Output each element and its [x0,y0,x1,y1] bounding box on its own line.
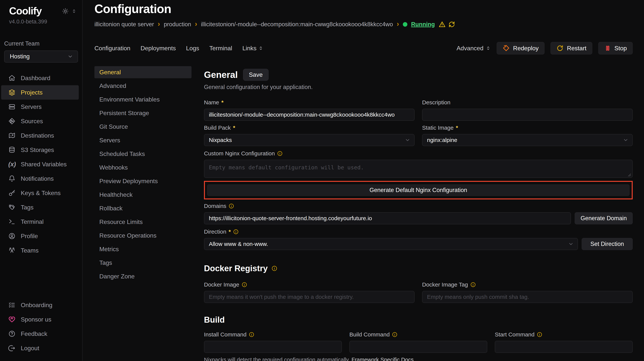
name-input[interactable] [204,109,414,121]
tab-logs[interactable]: Logs [186,45,199,52]
sidebar: Coolify v4.0.0-beta.399 Current Team Hos… [0,0,82,361]
key-icon [8,189,16,197]
start-command-input[interactable] [495,341,633,353]
theme-select-chevrons-icon[interactable] [72,9,76,14]
layers-icon [8,89,16,96]
build-pack-label: Build Pack [204,125,231,131]
heart-icon [8,316,16,323]
tab-configuration[interactable]: Configuration [94,45,130,52]
save-button[interactable]: Save [243,69,268,81]
general-subtitle: General configuration for your applicati… [204,84,633,91]
tab-deployments[interactable]: Deployments [140,45,176,52]
docker-image-input[interactable] [204,291,414,303]
sidebar-item-s3-storages[interactable]: S3 Storages [0,143,82,157]
sidebar-item-destinations[interactable]: Destinations [0,128,82,143]
build-pack-select[interactable]: Nixpacks [204,134,414,146]
sidebar-item-sources[interactable]: Sources [0,114,82,128]
sidebar-item-feedback[interactable]: Feedback [0,326,82,341]
subnav-tags[interactable]: Tags [94,257,192,269]
tab-terminal[interactable]: Terminal [209,45,232,52]
brand-logo: Coolify [9,5,42,17]
status-dot [403,22,407,27]
sidebar-item-tags[interactable]: Tags [0,200,82,214]
subnav-resource-limits[interactable]: Resource Limits [94,216,192,228]
static-image-label: Static Image [422,125,454,131]
description-input[interactable] [422,109,633,121]
subnav-healthcheck[interactable]: Healthcheck [94,189,192,201]
users-icon [8,247,16,254]
current-team-label: Current Team [0,40,82,47]
redeploy-button[interactable]: Redeploy [497,42,544,55]
sidebar-item-logout[interactable]: Logout [0,341,82,355]
generate-nginx-config-button[interactable]: Generate Default Nginx Configuration [207,184,630,196]
subnav-scheduled-tasks[interactable]: Scheduled Tasks [94,148,192,160]
git-icon [8,118,16,125]
install-command-label: Install Command [204,331,246,338]
docker-image-tag-label: Docker Image Tag [422,281,468,288]
required-asterisk: * [456,125,458,131]
content: General Advanced Environment Variables P… [94,66,633,361]
sidebar-item-terminal[interactable]: Terminal [0,214,82,229]
user-circle-icon [8,232,16,240]
subnav-general[interactable]: General [94,66,192,78]
install-command-input[interactable] [204,341,342,353]
info-icon [249,332,254,337]
name-label: Name [204,99,219,106]
direction-select[interactable]: Allow www & non-www. [204,238,578,250]
domains-input[interactable] [204,212,571,224]
theme-toggle-sun-icon[interactable] [62,8,68,14]
page-title: Configuration [94,2,633,16]
sidebar-item-notifications[interactable]: Notifications [0,171,82,186]
subnav-git-source[interactable]: Git Source [94,121,192,133]
subnav-metrics[interactable]: Metrics [94,243,192,255]
generate-domain-button[interactable]: Generate Domain [575,212,633,224]
breadcrumb-resource[interactable]: illicitestonion/-module--decomposition:m… [201,21,393,28]
set-direction-button[interactable]: Set Direction [582,238,633,250]
chevron-down-icon [623,137,628,143]
static-image-select[interactable]: nginx:alpine [422,134,633,146]
restart-icon [556,45,564,52]
sidebar-item-onboarding[interactable]: Onboarding [0,298,82,312]
sidebar-item-teams[interactable]: Teams [0,243,82,258]
custom-nginx-textarea[interactable] [204,160,633,178]
stop-button[interactable]: Stop [598,42,633,55]
chevrons-up-down-icon [486,46,491,51]
subnav-rollback[interactable]: Rollback [94,202,192,214]
advanced-dropdown[interactable]: Advanced [457,45,491,52]
sidebar-item-servers[interactable]: Servers [0,100,82,114]
database-icon [8,146,16,153]
subnav-danger-zone[interactable]: Danger Zone [94,270,192,282]
breadcrumb-project[interactable]: illicitonion quote server [94,21,154,28]
subnav-persistent-storage[interactable]: Persistent Storage [94,107,192,119]
sidebar-item-keys-tokens[interactable]: Keys & Tokens [0,186,82,200]
subnav-advanced[interactable]: Advanced [94,80,192,92]
general-heading: General [204,70,238,80]
info-icon [272,265,278,271]
sidebar-item-sponsor-us[interactable]: Sponsor us [0,312,82,326]
team-select[interactable]: Hosting [4,51,78,63]
sidebar-item-profile[interactable]: Profile [0,229,82,243]
docker-image-tag-input[interactable] [422,291,633,303]
sidebar-item-shared-variables[interactable]: (x) Shared Variables [0,157,82,171]
status-badge[interactable]: Running [411,21,435,28]
subnav-preview-deployments[interactable]: Preview Deployments [94,175,192,187]
build-command-label: Build Command [350,331,390,338]
framework-docs-link[interactable]: Framework Specific Docs [352,357,414,361]
start-command-label: Start Command [495,331,534,338]
info-icon [470,282,476,287]
subnav-resource-operations[interactable]: Resource Operations [94,229,192,242]
sidebar-item-projects[interactable]: Projects [1,85,79,100]
subnav-webhooks[interactable]: Webhooks [94,161,192,174]
subnav-environment-variables[interactable]: Environment Variables [94,93,192,106]
docker-image-label: Docker Image [204,281,239,288]
restart-button[interactable]: Restart [550,42,592,55]
build-command-input[interactable] [350,341,487,353]
required-asterisk: * [221,99,224,106]
breadcrumb-environment[interactable]: production [164,21,191,28]
info-icon [277,151,283,156]
subnav-servers[interactable]: Servers [94,134,192,146]
sidebar-nav: Dashboard Projects Servers Sources Desti… [0,71,82,258]
sidebar-item-dashboard[interactable]: Dashboard [0,71,82,85]
tab-links[interactable]: Links [242,45,263,52]
config-subnav: General Advanced Environment Variables P… [94,66,192,361]
